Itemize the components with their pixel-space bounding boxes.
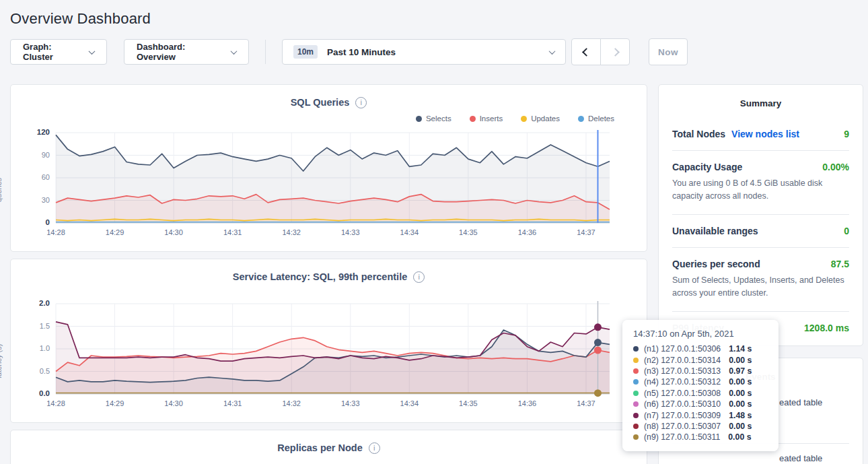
chevron-down-icon bbox=[231, 48, 238, 55]
event-item[interactable]: eated table bbox=[779, 397, 822, 407]
legend-dot bbox=[416, 116, 422, 122]
node-latency-value: 0.00 s bbox=[729, 356, 752, 365]
x-tick-label: 14:35 bbox=[448, 399, 489, 407]
info-icon[interactable]: i bbox=[413, 271, 425, 283]
x-tick-label: 14:30 bbox=[153, 399, 194, 407]
chart-title: Service Latency: SQL, 99th percentile bbox=[233, 271, 408, 282]
x-tick-label: 14:36 bbox=[507, 228, 547, 236]
y-tick-label: 2.0 bbox=[15, 299, 50, 307]
node-latency-value: 0.00 s bbox=[729, 377, 752, 387]
y-tick-label: 0.0 bbox=[15, 389, 50, 397]
legend-dot bbox=[578, 116, 584, 122]
x-tick-label: 14:34 bbox=[389, 399, 429, 407]
x-tick-label: 14:34 bbox=[389, 228, 429, 236]
tooltip-row: (n9) 127.0.0.1:503110.00 s bbox=[633, 432, 769, 442]
hover-marker bbox=[594, 389, 602, 397]
legend-item[interactable]: Selects bbox=[416, 112, 451, 125]
x-tick-label: 14:37 bbox=[566, 399, 606, 407]
replicas-per-node-chart-card: Replicas per Node i bbox=[10, 430, 647, 464]
page-title: Overview Dashboard bbox=[10, 10, 863, 28]
now-button[interactable]: Now bbox=[649, 38, 688, 65]
chart-plot[interactable]: 030609012014:2814:2914:3014:3114:3214:33… bbox=[11, 126, 635, 246]
dashboard-controls: Graph: Cluster Dashboard: Overview 10m P… bbox=[10, 38, 863, 65]
node-address: (n8) 127.0.0.1:50307 bbox=[644, 422, 721, 431]
summary-row-total-nodes: Total Nodes View nodes list 9 bbox=[672, 129, 849, 139]
total-nodes-value: 9 bbox=[844, 129, 849, 139]
node-latency-value: 0.00 s bbox=[729, 389, 752, 398]
y-tick-label: 1.5 bbox=[15, 322, 50, 330]
tooltip-row: (n7) 127.0.0.1:503091.48 s bbox=[633, 409, 769, 420]
service-latency-chart-card: Service Latency: SQL, 99th percentile i … bbox=[10, 259, 647, 423]
legend-dot bbox=[470, 116, 476, 122]
summary-heading: Summary bbox=[672, 98, 849, 108]
node-address: (n5) 127.0.0.1:50308 bbox=[644, 389, 721, 398]
node-latency-value: 1.48 s bbox=[729, 411, 752, 420]
summary-row-capacity: Capacity Usage 0.00% bbox=[672, 162, 849, 172]
graph-scope-dropdown[interactable]: Graph: Cluster bbox=[10, 39, 107, 65]
unavailable-ranges-value: 0 bbox=[844, 226, 849, 236]
time-forward-button[interactable] bbox=[600, 38, 630, 65]
chart-legend: SelectsInsertsUpdatesDeletes bbox=[11, 112, 647, 125]
chart-hover-tooltip: 14:37:10 on Apr 5th, 2021 (n1) 127.0.0.1… bbox=[622, 320, 779, 451]
legend-item[interactable]: Deletes bbox=[578, 112, 614, 125]
node-latency-value: 0.00 s bbox=[728, 432, 751, 442]
event-item[interactable]: eated table bbox=[779, 453, 822, 463]
tooltip-row: (n2) 127.0.0.1:503140.00 s bbox=[633, 354, 769, 365]
x-tick-label: 14:37 bbox=[566, 228, 606, 236]
legend-label: Updates bbox=[531, 114, 560, 123]
time-range-picker[interactable]: 10m Past 10 Minutes bbox=[282, 39, 566, 65]
legend-dot bbox=[521, 116, 527, 122]
y-tick-label: 30 bbox=[15, 196, 50, 204]
chart-title: SQL Queries bbox=[291, 97, 350, 108]
capacity-usage-value: 0.00% bbox=[822, 162, 849, 172]
summary-panel: Summary Total Nodes View nodes list 9 Ca… bbox=[658, 84, 863, 346]
view-nodes-list-link[interactable]: View nodes list bbox=[731, 129, 799, 139]
legend-item[interactable]: Inserts bbox=[470, 112, 503, 125]
total-nodes-label: Total Nodes bbox=[672, 129, 725, 139]
tooltip-row: (n8) 127.0.0.1:503070.00 s bbox=[633, 421, 769, 432]
y-tick-label: 90 bbox=[15, 151, 50, 159]
node-color-dot bbox=[633, 379, 639, 385]
tooltip-row: (n4) 127.0.0.1:503120.00 s bbox=[633, 376, 769, 387]
legend-label: Selects bbox=[426, 114, 451, 123]
tooltip-rows: (n1) 127.0.0.1:503061.14 s(n2) 127.0.0.1… bbox=[633, 343, 769, 443]
node-latency-value: 1.14 s bbox=[729, 344, 752, 354]
dashboard-select-dropdown-label: Dashboard: Overview bbox=[137, 42, 225, 62]
charts-column: SQL Queries i SelectsInsertsUpdatesDelet… bbox=[10, 84, 647, 464]
chevron-down-icon bbox=[89, 48, 96, 55]
time-range-badge: 10m bbox=[293, 45, 318, 59]
sql-queries-chart-card: SQL Queries i SelectsInsertsUpdatesDelet… bbox=[10, 84, 647, 252]
info-icon[interactable]: i bbox=[369, 442, 380, 454]
qps-description: Sum of Selects, Updates, Inserts, and De… bbox=[672, 274, 849, 300]
graph-scope-dropdown-label: Graph: Cluster bbox=[23, 42, 83, 62]
x-tick-label: 14:28 bbox=[36, 228, 76, 236]
x-tick-label: 14:29 bbox=[95, 399, 135, 407]
x-tick-label: 14:32 bbox=[271, 399, 312, 407]
y-tick-label: 0.5 bbox=[15, 367, 50, 375]
info-icon[interactable]: i bbox=[355, 97, 367, 108]
divider bbox=[672, 214, 849, 215]
node-address: (n2) 127.0.0.1:50314 bbox=[644, 356, 721, 365]
y-tick-label: 60 bbox=[15, 173, 50, 181]
node-color-dot bbox=[633, 401, 639, 407]
x-tick-label: 14:32 bbox=[271, 228, 312, 236]
p99-latency-value: 1208.0 ms bbox=[804, 323, 849, 333]
x-tick-label: 14:29 bbox=[95, 228, 135, 236]
time-back-button[interactable] bbox=[571, 38, 601, 65]
node-latency-value: 0.00 s bbox=[729, 422, 752, 431]
chart-title: Replicas per Node bbox=[277, 442, 363, 453]
y-tick-label: 0 bbox=[15, 218, 50, 226]
chart-plot[interactable]: 0.00.51.01.52.014:2814:2914:3014:3114:32… bbox=[11, 297, 635, 417]
legend-item[interactable]: Updates bbox=[521, 112, 560, 125]
x-tick-label: 14:35 bbox=[448, 228, 489, 236]
y-tick-label: 1.0 bbox=[15, 344, 50, 352]
divider bbox=[672, 311, 849, 312]
hover-marker bbox=[594, 339, 602, 346]
tooltip-row: (n3) 127.0.0.1:503130.97 s bbox=[633, 366, 769, 376]
node-address: (n4) 127.0.0.1:50312 bbox=[644, 377, 721, 387]
legend-label: Deletes bbox=[588, 114, 614, 123]
y-axis-label: latency (s) bbox=[0, 334, 3, 388]
divider bbox=[672, 150, 849, 151]
dashboard-select-dropdown[interactable]: Dashboard: Overview bbox=[124, 39, 249, 65]
node-color-dot bbox=[633, 368, 639, 374]
